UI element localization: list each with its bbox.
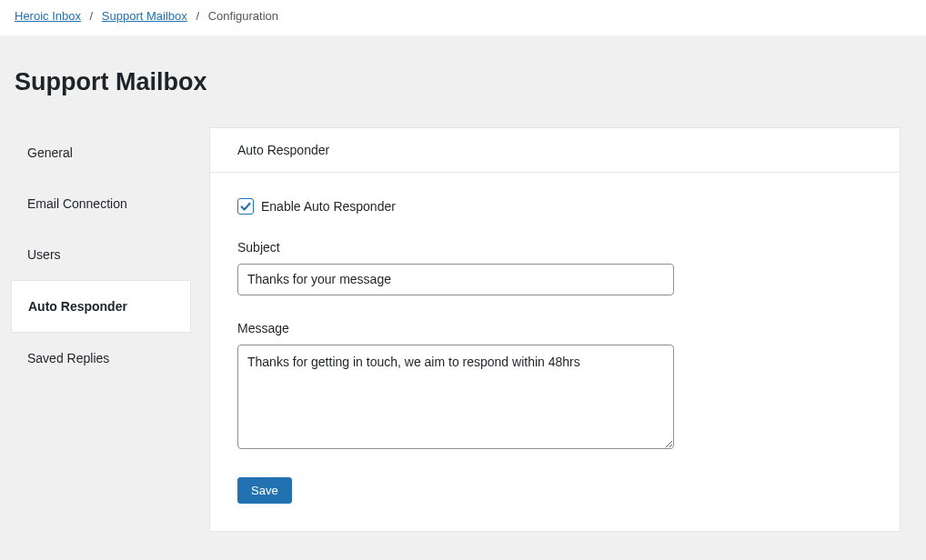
sidebar-item-label: Email Connection: [27, 196, 127, 211]
main-wrapper: Support Mailbox General Email Connection…: [0, 35, 926, 560]
sidebar-item-general[interactable]: General: [11, 127, 191, 178]
sidebar-item-saved-replies[interactable]: Saved Replies: [11, 333, 191, 384]
save-button[interactable]: Save: [237, 477, 292, 504]
enable-auto-responder-row: Enable Auto Responder: [237, 198, 872, 215]
sidebar-item-auto-responder[interactable]: Auto Responder: [11, 280, 191, 333]
breadcrumb: Heroic Inbox / Support Mailbox / Configu…: [0, 0, 926, 35]
breadcrumb-link-heroic-inbox[interactable]: Heroic Inbox: [15, 9, 81, 23]
breadcrumb-separator: /: [196, 9, 199, 23]
panel-body: Enable Auto Responder Subject Message Th…: [210, 173, 900, 531]
subject-group: Subject: [237, 240, 872, 295]
sidebar-item-label: General: [27, 145, 73, 160]
breadcrumb-separator: /: [90, 9, 94, 23]
sidebar-item-label: Users: [27, 247, 61, 262]
content-area: General Email Connection Users Auto Resp…: [0, 127, 926, 532]
settings-panel: Auto Responder Enable Auto Responder Sub…: [209, 127, 901, 532]
subject-input[interactable]: [237, 264, 674, 295]
enable-auto-responder-checkbox[interactable]: [237, 198, 254, 215]
sidebar-item-label: Auto Responder: [28, 299, 127, 314]
sidebar-item-email-connection[interactable]: Email Connection: [11, 178, 191, 229]
message-textarea[interactable]: Thanks for getting in touch, we aim to r…: [237, 345, 674, 449]
page-title: Support Mailbox: [0, 35, 926, 127]
panel-header: Auto Responder: [210, 128, 900, 173]
enable-auto-responder-label: Enable Auto Responder: [261, 199, 396, 214]
breadcrumb-link-support-mailbox[interactable]: Support Mailbox: [102, 9, 187, 23]
sidebar-item-users[interactable]: Users: [11, 229, 191, 280]
message-label: Message: [237, 321, 872, 335]
panel-header-title: Auto Responder: [237, 143, 329, 157]
breadcrumb-current: Configuration: [208, 9, 278, 23]
subject-label: Subject: [237, 240, 872, 255]
check-icon: [239, 200, 252, 213]
sidebar: General Email Connection Users Auto Resp…: [11, 127, 191, 532]
message-group: Message Thanks for getting in touch, we …: [237, 321, 872, 452]
sidebar-item-label: Saved Replies: [27, 351, 109, 365]
